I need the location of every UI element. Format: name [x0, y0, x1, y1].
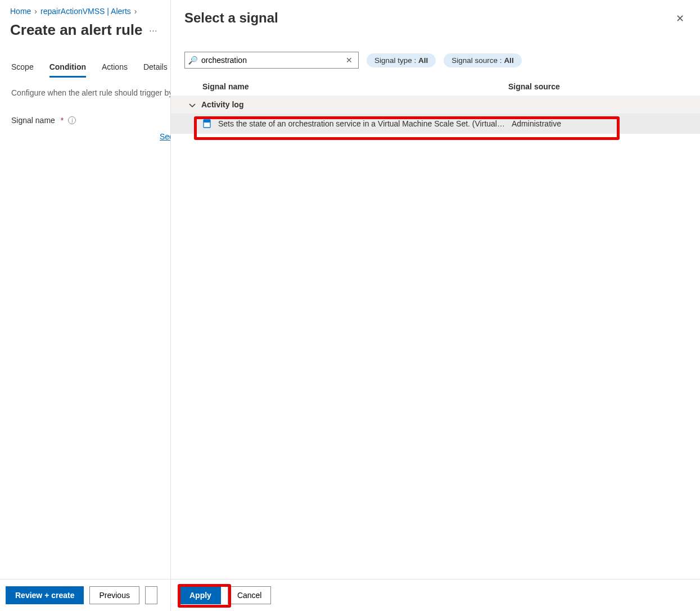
filter-signal-source-value: All [504, 56, 513, 65]
filter-signal-source[interactable]: Signal source : All [444, 53, 521, 67]
signal-result-name: Sets the state of an orchestration servi… [218, 119, 505, 128]
tab-details[interactable]: Details [143, 62, 168, 78]
apply-button[interactable]: Apply [180, 586, 221, 604]
activity-log-icon [202, 119, 211, 128]
info-icon[interactable]: i [68, 116, 76, 124]
close-icon[interactable]: ✕ [674, 10, 687, 27]
panel-footer: Apply Cancel [171, 579, 700, 611]
signal-search-input[interactable] [201, 56, 344, 65]
more-menu-button[interactable]: ··· [150, 26, 158, 35]
tab-scope[interactable]: Scope [11, 62, 34, 78]
panel-title: Select a signal [184, 10, 278, 26]
chevron-right-icon: › [34, 7, 37, 16]
select-signal-panel: Select a signal ✕ 🔍 ✕ Signal type : All … [170, 0, 700, 611]
previous-button[interactable]: Previous [89, 586, 139, 604]
tab-condition[interactable]: Condition [49, 62, 86, 78]
filter-signal-source-label: Signal source : [451, 56, 504, 65]
breadcrumb-resource[interactable]: repairActionVMSS | Alerts [40, 7, 131, 16]
chevron-right-icon: › [134, 7, 137, 16]
filter-signal-type[interactable]: Signal type : All [367, 53, 436, 67]
filter-signal-type-label: Signal type : [374, 56, 418, 65]
breadcrumb-home[interactable]: Home [10, 7, 31, 16]
signal-search[interactable]: 🔍 ✕ [184, 52, 359, 69]
search-icon: 🔍 [188, 56, 198, 65]
svg-rect-1 [204, 120, 210, 123]
page-title: Create an alert rule [10, 21, 143, 39]
required-marker: * [61, 116, 64, 125]
filter-signal-type-value: All [418, 56, 428, 65]
clear-search-icon[interactable]: ✕ [344, 56, 355, 65]
cancel-button[interactable]: Cancel [228, 586, 272, 604]
signal-result-row[interactable]: Sets the state of an orchestration servi… [171, 114, 700, 134]
chevron-down-icon [189, 101, 196, 108]
signal-result-source: Administrative [512, 119, 687, 128]
signal-name-label: Signal name [11, 116, 55, 125]
column-signal-name[interactable]: Signal name [202, 82, 508, 91]
group-activity-log[interactable]: Activity log [171, 96, 700, 114]
review-create-button[interactable]: Review + create [6, 586, 84, 604]
column-headers: Signal name Signal source [171, 74, 700, 96]
next-button-truncated[interactable]: N [145, 586, 157, 604]
group-label: Activity log [201, 100, 243, 109]
tab-actions[interactable]: Actions [102, 62, 128, 78]
column-signal-source[interactable]: Signal source [508, 82, 687, 91]
